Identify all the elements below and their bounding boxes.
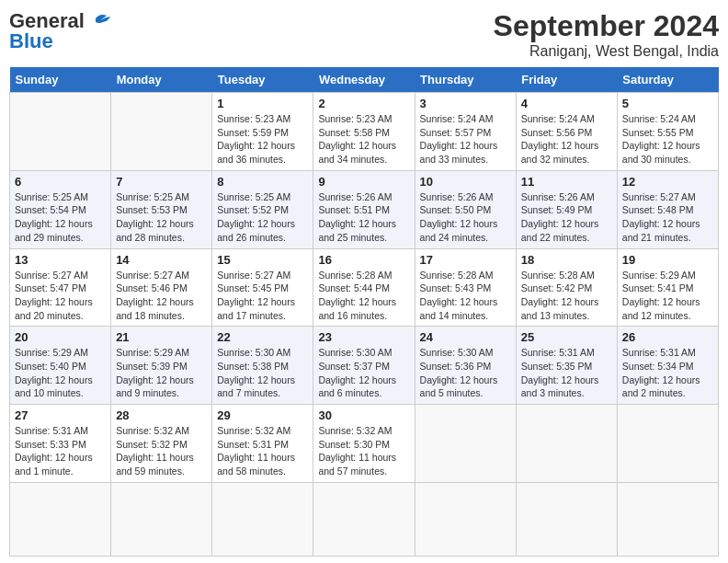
calendar-cell — [415, 482, 516, 556]
calendar-cell: 25 Sunrise: 5:31 AMSunset: 5:35 PMDaylig… — [516, 327, 617, 405]
day-number: 13 — [15, 253, 106, 267]
day-detail: Sunrise: 5:23 AMSunset: 5:58 PMDaylight:… — [318, 112, 409, 167]
calendar-cell: 17 Sunrise: 5:28 AMSunset: 5:43 PMDaylig… — [415, 248, 516, 327]
day-number: 29 — [217, 408, 308, 422]
calendar-cell: 20 Sunrise: 5:29 AMSunset: 5:40 PMDaylig… — [10, 327, 111, 405]
day-number: 30 — [318, 408, 409, 422]
day-number: 20 — [15, 330, 106, 344]
day-detail: Sunrise: 5:30 AMSunset: 5:36 PMDaylight:… — [420, 346, 511, 400]
day-number: 28 — [116, 408, 207, 422]
calendar-cell: 8 Sunrise: 5:25 AMSunset: 5:52 PMDayligh… — [212, 170, 313, 248]
calendar-cell: 29 Sunrise: 5:32 AMSunset: 5:31 PMDaylig… — [212, 405, 313, 483]
calendar-cell: 9 Sunrise: 5:26 AMSunset: 5:51 PMDayligh… — [313, 170, 415, 248]
weekday-saturday: Saturday — [617, 67, 718, 93]
calendar-cell: 18 Sunrise: 5:28 AMSunset: 5:42 PMDaylig… — [516, 248, 617, 327]
day-number: 12 — [622, 175, 713, 189]
day-number: 17 — [420, 253, 511, 267]
calendar-cell: 12 Sunrise: 5:27 AMSunset: 5:48 PMDaylig… — [617, 170, 718, 248]
logo: General Blue — [9, 9, 114, 53]
day-number: 8 — [217, 175, 308, 189]
calendar-cell — [516, 482, 617, 556]
day-detail: Sunrise: 5:23 AMSunset: 5:59 PMDaylight:… — [217, 112, 308, 167]
day-number: 21 — [116, 330, 207, 344]
calendar-cell: 22 Sunrise: 5:30 AMSunset: 5:38 PMDaylig… — [212, 327, 313, 405]
day-number: 14 — [116, 253, 207, 267]
calendar-cell: 14 Sunrise: 5:27 AMSunset: 5:46 PMDaylig… — [111, 248, 212, 327]
calendar-cell: 7 Sunrise: 5:25 AMSunset: 5:53 PMDayligh… — [111, 170, 212, 248]
day-number: 2 — [318, 97, 409, 110]
day-number: 6 — [15, 175, 106, 189]
day-detail: Sunrise: 5:32 AMSunset: 5:31 PMDaylight:… — [217, 424, 308, 478]
calendar-cell: 23 Sunrise: 5:30 AMSunset: 5:37 PMDaylig… — [313, 327, 415, 405]
day-number: 22 — [217, 330, 308, 344]
calendar-cell: 13 Sunrise: 5:27 AMSunset: 5:47 PMDaylig… — [10, 248, 111, 327]
day-detail: Sunrise: 5:31 AMSunset: 5:34 PMDaylight:… — [622, 346, 713, 400]
header: General Blue September 2024 Raniganj, We… — [9, 9, 719, 60]
calendar-cell: 11 Sunrise: 5:26 AMSunset: 5:49 PMDaylig… — [516, 170, 617, 248]
day-number: 18 — [521, 253, 612, 267]
calendar-cell: 6 Sunrise: 5:25 AMSunset: 5:54 PMDayligh… — [10, 170, 111, 248]
day-number: 1 — [217, 97, 308, 110]
calendar-cell: 15 Sunrise: 5:27 AMSunset: 5:45 PMDaylig… — [212, 248, 313, 327]
day-number: 24 — [420, 330, 511, 344]
day-detail: Sunrise: 5:31 AMSunset: 5:33 PMDaylight:… — [15, 424, 106, 478]
weekday-sunday: Sunday — [10, 67, 111, 93]
weekday-monday: Monday — [111, 67, 212, 93]
calendar-cell: 1 Sunrise: 5:23 AMSunset: 5:59 PMDayligh… — [212, 93, 313, 171]
calendar-cell: 28 Sunrise: 5:32 AMSunset: 5:32 PMDaylig… — [111, 405, 212, 483]
day-detail: Sunrise: 5:30 AMSunset: 5:37 PMDaylight:… — [318, 346, 409, 400]
calendar-cell: 10 Sunrise: 5:26 AMSunset: 5:50 PMDaylig… — [415, 170, 516, 248]
day-detail: Sunrise: 5:29 AMSunset: 5:41 PMDaylight:… — [622, 269, 713, 323]
day-number: 27 — [15, 408, 106, 422]
day-number: 19 — [622, 253, 713, 267]
day-number: 10 — [420, 175, 511, 189]
calendar-cell: 4 Sunrise: 5:24 AMSunset: 5:56 PMDayligh… — [516, 93, 617, 171]
day-number: 15 — [217, 253, 308, 267]
day-detail: Sunrise: 5:28 AMSunset: 5:42 PMDaylight:… — [521, 269, 612, 323]
day-detail: Sunrise: 5:31 AMSunset: 5:35 PMDaylight:… — [521, 346, 612, 400]
day-detail: Sunrise: 5:27 AMSunset: 5:45 PMDaylight:… — [217, 269, 308, 323]
day-detail: Sunrise: 5:32 AMSunset: 5:30 PMDaylight:… — [318, 424, 409, 478]
day-number: 7 — [116, 175, 207, 189]
day-number: 4 — [521, 97, 612, 110]
calendar-cell: 2 Sunrise: 5:23 AMSunset: 5:58 PMDayligh… — [313, 93, 415, 171]
calendar-table: Sunday Monday Tuesday Wednesday Thursday… — [9, 67, 719, 557]
day-detail: Sunrise: 5:25 AMSunset: 5:52 PMDaylight:… — [217, 190, 308, 245]
day-number: 16 — [318, 253, 409, 267]
calendar-cell — [516, 405, 617, 483]
day-detail: Sunrise: 5:25 AMSunset: 5:54 PMDaylight:… — [15, 190, 106, 245]
title-section: September 2024 Raniganj, West Bengal, In… — [494, 9, 719, 60]
day-number: 23 — [318, 330, 409, 344]
calendar-cell: 21 Sunrise: 5:29 AMSunset: 5:39 PMDaylig… — [111, 327, 212, 405]
day-number: 5 — [622, 97, 713, 110]
day-number: 25 — [521, 330, 612, 344]
calendar-cell — [617, 405, 718, 483]
day-detail: Sunrise: 5:28 AMSunset: 5:43 PMDaylight:… — [420, 269, 511, 323]
calendar-cell: 26 Sunrise: 5:31 AMSunset: 5:34 PMDaylig… — [617, 327, 718, 405]
weekday-friday: Friday — [516, 67, 617, 93]
calendar-cell — [111, 93, 212, 171]
day-detail: Sunrise: 5:24 AMSunset: 5:56 PMDaylight:… — [521, 112, 612, 167]
month-title: September 2024 — [494, 9, 719, 43]
day-detail: Sunrise: 5:26 AMSunset: 5:51 PMDaylight:… — [318, 190, 409, 245]
day-detail: Sunrise: 5:29 AMSunset: 5:40 PMDaylight:… — [15, 346, 106, 400]
weekday-wednesday: Wednesday — [313, 67, 415, 93]
day-detail: Sunrise: 5:27 AMSunset: 5:46 PMDaylight:… — [116, 269, 207, 323]
day-detail: Sunrise: 5:26 AMSunset: 5:49 PMDaylight:… — [521, 190, 612, 245]
day-number: 11 — [521, 175, 612, 189]
day-detail: Sunrise: 5:26 AMSunset: 5:50 PMDaylight:… — [420, 190, 511, 245]
day-detail: Sunrise: 5:24 AMSunset: 5:57 PMDaylight:… — [420, 112, 511, 167]
calendar-cell: 3 Sunrise: 5:24 AMSunset: 5:57 PMDayligh… — [415, 93, 516, 171]
day-detail: Sunrise: 5:30 AMSunset: 5:38 PMDaylight:… — [217, 346, 308, 400]
weekday-tuesday: Tuesday — [212, 67, 313, 93]
calendar-cell — [10, 93, 111, 171]
day-number: 26 — [622, 330, 713, 344]
calendar-cell — [313, 482, 415, 556]
logo-text-blue: Blue — [9, 29, 53, 53]
weekday-thursday: Thursday — [415, 67, 516, 93]
day-detail: Sunrise: 5:29 AMSunset: 5:39 PMDaylight:… — [116, 346, 207, 400]
day-detail: Sunrise: 5:32 AMSunset: 5:32 PMDaylight:… — [116, 424, 207, 478]
day-number: 3 — [420, 97, 511, 110]
calendar-cell: 19 Sunrise: 5:29 AMSunset: 5:41 PMDaylig… — [617, 248, 718, 327]
day-detail: Sunrise: 5:27 AMSunset: 5:47 PMDaylight:… — [15, 269, 106, 323]
